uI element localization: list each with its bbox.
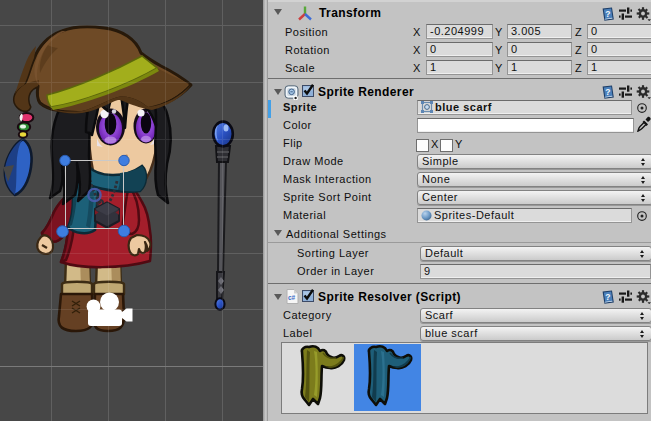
svg-text:?: ? bbox=[605, 87, 610, 97]
svg-text:?: ? bbox=[605, 292, 610, 302]
svg-text:c#: c# bbox=[288, 294, 296, 301]
svg-text:?: ? bbox=[605, 9, 610, 19]
